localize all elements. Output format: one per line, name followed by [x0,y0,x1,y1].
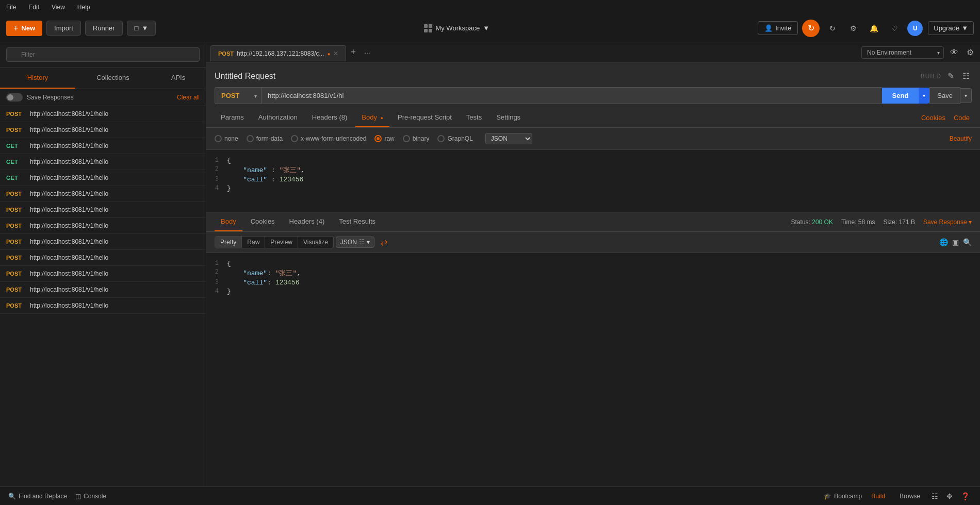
resp-tab-headers[interactable]: Headers (4) [283,212,331,231]
resp-copy-button[interactable]: ▣ [952,238,959,246]
tab-unsaved-dot: ● [327,51,330,57]
method-select[interactable]: POST GET PUT DELETE PATCH [215,87,261,104]
resp-globe-button[interactable]: 🌐 [939,238,948,246]
runner-button[interactable]: Runner [85,21,123,36]
format-visualize[interactable]: Visualize [298,237,333,248]
body-type-graphql[interactable]: GraphQL [437,135,472,142]
sidebar-tab-collections[interactable]: Collections [75,68,151,89]
settings-icon[interactable]: ⚙ [845,21,861,36]
history-icon[interactable]: ↻ [825,21,840,36]
layout-icon-btn[interactable]: ☷ [929,490,940,502]
tab-headers[interactable]: Headers (8) [306,108,354,127]
history-item[interactable]: POSThttp://localhost:8081/v1/hello [0,282,206,298]
env-eye-button[interactable]: 👁 [948,46,960,59]
history-item[interactable]: POSThttp://localhost:8081/v1/hello [0,234,206,250]
tab-body[interactable]: Body ● [355,108,389,127]
history-item[interactable]: POSThttp://localhost:8081/v1/hello [0,250,206,266]
history-item[interactable]: POSThttp://localhost:8081/v1/hello [0,202,206,218]
save-button[interactable]: Save [929,87,960,104]
notification-icon[interactable]: 🔔 [866,21,881,36]
format-pretty[interactable]: Pretty [215,237,242,248]
avatar[interactable]: U [907,21,923,36]
console-button[interactable]: ◫ Console [75,493,106,500]
wrap-lines-button[interactable]: ⇄ [381,238,387,247]
capture-button[interactable]: □ ▼ [127,21,156,36]
resp-tab-body[interactable]: Body [215,212,242,231]
description-icon-btn[interactable]: ☷ [960,69,972,83]
menu-view[interactable]: View [50,3,67,12]
body-type-none[interactable]: none [215,135,238,142]
save-caret-button[interactable]: ▾ [960,88,972,103]
beautify-button[interactable]: Beautify [950,135,972,142]
search-input[interactable] [6,47,200,62]
bootcamp-button[interactable]: 🎓 Bootcamp [824,490,862,502]
resp-tab-test-results[interactable]: Test Results [333,212,382,231]
response-json-dropdown[interactable]: JSON ☷ ▾ [336,237,374,248]
clear-all-button[interactable]: Clear all [177,94,200,101]
add-tab-button[interactable]: + [346,47,360,58]
upgrade-button[interactable]: Upgrade ▼ [928,21,974,35]
url-input[interactable] [261,87,882,104]
tab-tests[interactable]: Tests [460,108,488,127]
history-item[interactable]: GEThttp://localhost:8081/v1/hello [0,138,206,154]
json-format-dropdown[interactable]: JSON Text JavaScript HTML XML [485,133,532,144]
history-item[interactable]: POSThttp://localhost:8081/v1/hello [0,298,206,314]
request-header: Untitled Request BUILD ✎ ☷ [206,63,980,87]
tab-close-icon[interactable]: ✕ [333,50,338,57]
request-body-editor[interactable]: 1{2 "name" : "张三",3 "call" : 1234564} [206,150,980,212]
edit-icon-btn[interactable]: ✎ [945,69,956,83]
body-type-form-data[interactable]: form-data [247,135,283,142]
send-caret-button[interactable]: ▾ [919,88,929,104]
bottom-build-tab[interactable]: Build [866,490,890,502]
code-link[interactable]: Code [952,109,972,127]
more-tabs-button[interactable]: ··· [360,48,374,57]
save-responses-toggle[interactable] [6,93,23,102]
sidebar-tab-history[interactable]: History [0,68,75,89]
tab-params[interactable]: Params [215,108,250,127]
expand-icon-btn[interactable]: ✥ [944,490,955,502]
body-type-binary[interactable]: binary [403,135,430,142]
env-settings-button[interactable]: ⚙ [965,45,976,59]
help-icon-btn[interactable]: ❓ [959,490,972,502]
method-badge: POST [6,111,26,117]
history-url: http://localhost:8081/v1/hello [30,206,108,213]
invite-button[interactable]: 👤 Invite [758,21,798,35]
method-badge: POST [6,287,26,293]
history-item[interactable]: GEThttp://localhost:8081/v1/hello [0,170,206,186]
sync-button[interactable]: ↻ [802,20,820,37]
workspace-button[interactable]: My Workspace ▼ [418,21,496,36]
heart-icon[interactable]: ♡ [887,21,902,36]
history-item[interactable]: POSThttp://localhost:8081/v1/hello [0,266,206,282]
body-type-urlencoded[interactable]: x-www-form-urlencoded [291,135,366,142]
menu-help[interactable]: Help [75,3,92,12]
tab-authorization[interactable]: Authorization [252,108,304,127]
body-type-raw[interactable]: raw [374,135,394,142]
history-item[interactable]: POSThttp://localhost:8081/v1/hello [0,106,206,122]
workspace-caret: ▼ [483,24,489,32]
environment-dropdown[interactable]: No Environment [861,46,944,59]
bottom-browse-tab[interactable]: Browse [894,490,925,502]
send-button[interactable]: Send [882,88,919,104]
tab-settings[interactable]: Settings [490,108,527,127]
resp-search-button[interactable]: 🔍 [963,238,972,246]
tab-pre-request[interactable]: Pre-request Script [391,108,458,127]
menu-file[interactable]: File [4,3,18,12]
content-area: POST http://192.168.137.121:8083/c... ● … [206,42,980,486]
sidebar-tab-apis[interactable]: APIs [151,68,206,89]
save-response-button[interactable]: Save Response ▾ [923,218,972,226]
resp-tab-cookies[interactable]: Cookies [244,212,281,231]
cookies-link[interactable]: Cookies [919,109,948,127]
line-number: 3 [206,176,227,183]
history-item[interactable]: POSThttp://localhost:8081/v1/hello [0,186,206,202]
history-item[interactable]: GEThttp://localhost:8081/v1/hello [0,154,206,170]
toolbar: + New Import Runner □ ▼ My Workspace ▼ 👤… [0,14,980,42]
new-button[interactable]: + New [6,21,42,36]
history-item[interactable]: POSThttp://localhost:8081/v1/hello [0,218,206,234]
format-preview[interactable]: Preview [265,237,298,248]
find-replace-button[interactable]: 🔍 Find and Replace [8,493,67,500]
menu-edit[interactable]: Edit [26,3,41,12]
history-item[interactable]: POSThttp://localhost:8081/v1/hello [0,122,206,138]
import-button[interactable]: Import [46,21,81,36]
format-raw[interactable]: Raw [242,237,265,248]
request-tab[interactable]: POST http://192.168.137.121:8083/c... ● … [210,45,346,61]
